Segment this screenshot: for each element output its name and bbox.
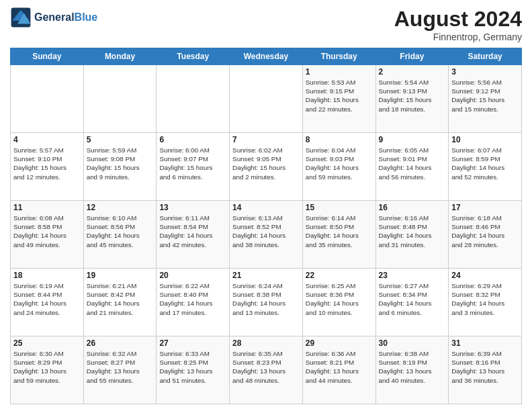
day-number: 9	[379, 135, 446, 144]
day-info: Sunrise: 6:14 AM Sunset: 8:50 PM Dayligh…	[306, 214, 373, 249]
day-info: Sunrise: 6:18 AM Sunset: 8:46 PM Dayligh…	[451, 214, 519, 249]
col-wednesday: Wednesday	[230, 48, 303, 65]
table-row	[11, 65, 84, 133]
day-number: 18	[13, 271, 81, 280]
day-number: 15	[306, 203, 373, 212]
day-number: 30	[379, 338, 446, 348]
table-row: 31Sunrise: 6:39 AM Sunset: 8:16 PM Dayli…	[449, 336, 522, 404]
day-info: Sunrise: 6:10 AM Sunset: 8:56 PM Dayligh…	[87, 214, 154, 249]
day-info: Sunrise: 6:32 AM Sunset: 8:27 PM Dayligh…	[87, 349, 154, 385]
col-tuesday: Tuesday	[157, 48, 230, 65]
day-number: 3	[451, 67, 519, 77]
table-row: 4Sunrise: 5:57 AM Sunset: 9:10 PM Daylig…	[11, 133, 84, 201]
logo: GeneralBlue	[10, 7, 97, 28]
day-number: 12	[87, 203, 154, 212]
table-row: 28Sunrise: 6:35 AM Sunset: 8:23 PM Dayli…	[230, 336, 303, 404]
table-row: 29Sunrise: 6:36 AM Sunset: 8:21 PM Dayli…	[302, 336, 375, 404]
calendar-week-1: 1Sunrise: 5:53 AM Sunset: 9:15 PM Daylig…	[11, 65, 522, 133]
day-info: Sunrise: 6:08 AM Sunset: 8:58 PM Dayligh…	[13, 214, 81, 249]
day-number: 22	[306, 271, 373, 280]
day-number: 4	[13, 135, 81, 144]
day-info: Sunrise: 6:00 AM Sunset: 9:07 PM Dayligh…	[159, 146, 226, 181]
day-info: Sunrise: 6:36 AM Sunset: 8:21 PM Dayligh…	[306, 349, 373, 385]
day-info: Sunrise: 6:24 AM Sunset: 8:38 PM Dayligh…	[232, 281, 300, 317]
calendar-week-5: 25Sunrise: 6:30 AM Sunset: 8:29 PM Dayli…	[11, 336, 522, 404]
day-number: 19	[87, 271, 154, 280]
table-row: 8Sunrise: 6:04 AM Sunset: 9:03 PM Daylig…	[302, 133, 375, 201]
table-row: 2Sunrise: 5:54 AM Sunset: 9:13 PM Daylig…	[375, 65, 449, 133]
table-row: 6Sunrise: 6:00 AM Sunset: 9:07 PM Daylig…	[157, 133, 230, 201]
table-row: 22Sunrise: 6:25 AM Sunset: 8:36 PM Dayli…	[302, 269, 375, 336]
day-info: Sunrise: 6:30 AM Sunset: 8:29 PM Dayligh…	[13, 349, 81, 385]
table-row: 13Sunrise: 6:11 AM Sunset: 8:54 PM Dayli…	[157, 201, 230, 269]
table-row: 16Sunrise: 6:16 AM Sunset: 8:48 PM Dayli…	[375, 201, 449, 269]
table-row: 3Sunrise: 5:56 AM Sunset: 9:12 PM Daylig…	[449, 65, 522, 133]
header: GeneralBlue August 2024 Finnentrop, Germ…	[10, 7, 522, 42]
col-thursday: Thursday	[302, 48, 375, 65]
day-number: 29	[306, 338, 373, 348]
day-info: Sunrise: 6:13 AM Sunset: 8:52 PM Dayligh…	[232, 214, 300, 249]
table-row: 15Sunrise: 6:14 AM Sunset: 8:50 PM Dayli…	[302, 201, 375, 269]
day-info: Sunrise: 6:05 AM Sunset: 9:01 PM Dayligh…	[379, 146, 446, 181]
col-sunday: Sunday	[11, 48, 84, 65]
day-number: 26	[87, 338, 154, 348]
table-row	[157, 65, 230, 133]
day-number: 6	[159, 135, 226, 144]
table-row: 12Sunrise: 6:10 AM Sunset: 8:56 PM Dayli…	[83, 201, 157, 269]
day-info: Sunrise: 6:21 AM Sunset: 8:42 PM Dayligh…	[87, 281, 154, 317]
table-row: 20Sunrise: 6:22 AM Sunset: 8:40 PM Dayli…	[157, 269, 230, 336]
day-info: Sunrise: 6:16 AM Sunset: 8:48 PM Dayligh…	[379, 214, 446, 249]
table-row: 24Sunrise: 6:29 AM Sunset: 8:32 PM Dayli…	[449, 269, 522, 336]
day-info: Sunrise: 6:07 AM Sunset: 8:59 PM Dayligh…	[451, 146, 519, 181]
calendar: Sunday Monday Tuesday Wednesday Thursday…	[10, 48, 522, 404]
calendar-week-3: 11Sunrise: 6:08 AM Sunset: 8:58 PM Dayli…	[11, 201, 522, 269]
table-row: 10Sunrise: 6:07 AM Sunset: 8:59 PM Dayli…	[449, 133, 522, 201]
day-number: 10	[451, 135, 519, 144]
day-info: Sunrise: 6:35 AM Sunset: 8:23 PM Dayligh…	[232, 349, 300, 385]
col-saturday: Saturday	[449, 48, 522, 65]
day-info: Sunrise: 6:19 AM Sunset: 8:44 PM Dayligh…	[13, 281, 81, 317]
day-info: Sunrise: 5:54 AM Sunset: 9:13 PM Dayligh…	[379, 78, 446, 113]
day-number: 14	[232, 203, 300, 212]
logo-icon	[10, 7, 32, 28]
day-number: 28	[232, 338, 300, 348]
day-number: 13	[159, 203, 226, 212]
col-monday: Monday	[83, 48, 157, 65]
table-row: 21Sunrise: 6:24 AM Sunset: 8:38 PM Dayli…	[230, 269, 303, 336]
table-row: 14Sunrise: 6:13 AM Sunset: 8:52 PM Dayli…	[230, 201, 303, 269]
day-info: Sunrise: 6:11 AM Sunset: 8:54 PM Dayligh…	[159, 214, 226, 249]
table-row: 30Sunrise: 6:38 AM Sunset: 8:19 PM Dayli…	[375, 336, 449, 404]
table-row: 25Sunrise: 6:30 AM Sunset: 8:29 PM Dayli…	[11, 336, 84, 404]
logo-text: GeneralBlue	[34, 11, 97, 24]
day-info: Sunrise: 6:33 AM Sunset: 8:25 PM Dayligh…	[159, 349, 226, 385]
day-info: Sunrise: 6:29 AM Sunset: 8:32 PM Dayligh…	[451, 281, 519, 317]
calendar-week-2: 4Sunrise: 5:57 AM Sunset: 9:10 PM Daylig…	[11, 133, 522, 201]
day-info: Sunrise: 6:22 AM Sunset: 8:40 PM Dayligh…	[159, 281, 226, 317]
day-number: 24	[451, 271, 519, 280]
day-info: Sunrise: 6:25 AM Sunset: 8:36 PM Dayligh…	[306, 281, 373, 317]
title-area: August 2024 Finnentrop, Germany	[394, 7, 522, 42]
day-info: Sunrise: 5:57 AM Sunset: 9:10 PM Dayligh…	[13, 146, 81, 181]
calendar-week-4: 18Sunrise: 6:19 AM Sunset: 8:44 PM Dayli…	[11, 269, 522, 336]
table-row: 19Sunrise: 6:21 AM Sunset: 8:42 PM Dayli…	[83, 269, 157, 336]
table-row: 9Sunrise: 6:05 AM Sunset: 9:01 PM Daylig…	[375, 133, 449, 201]
day-number: 7	[232, 135, 300, 144]
day-info: Sunrise: 6:27 AM Sunset: 8:34 PM Dayligh…	[379, 281, 446, 317]
table-row: 7Sunrise: 6:02 AM Sunset: 9:05 PM Daylig…	[230, 133, 303, 201]
day-number: 1	[306, 67, 373, 77]
location: Finnentrop, Germany	[394, 32, 522, 42]
day-number: 23	[379, 271, 446, 280]
table-row: 1Sunrise: 5:53 AM Sunset: 9:15 PM Daylig…	[302, 65, 375, 133]
day-info: Sunrise: 5:59 AM Sunset: 9:08 PM Dayligh…	[87, 146, 154, 181]
month-title: August 2024	[394, 7, 522, 32]
table-row: 23Sunrise: 6:27 AM Sunset: 8:34 PM Dayli…	[375, 269, 449, 336]
day-number: 5	[87, 135, 154, 144]
day-number: 31	[451, 338, 519, 348]
day-info: Sunrise: 6:38 AM Sunset: 8:19 PM Dayligh…	[379, 349, 446, 385]
day-number: 16	[379, 203, 446, 212]
day-info: Sunrise: 6:04 AM Sunset: 9:03 PM Dayligh…	[306, 146, 373, 181]
table-row: 27Sunrise: 6:33 AM Sunset: 8:25 PM Dayli…	[157, 336, 230, 404]
day-info: Sunrise: 5:56 AM Sunset: 9:12 PM Dayligh…	[451, 78, 519, 113]
col-friday: Friday	[375, 48, 449, 65]
table-row: 17Sunrise: 6:18 AM Sunset: 8:46 PM Dayli…	[449, 201, 522, 269]
